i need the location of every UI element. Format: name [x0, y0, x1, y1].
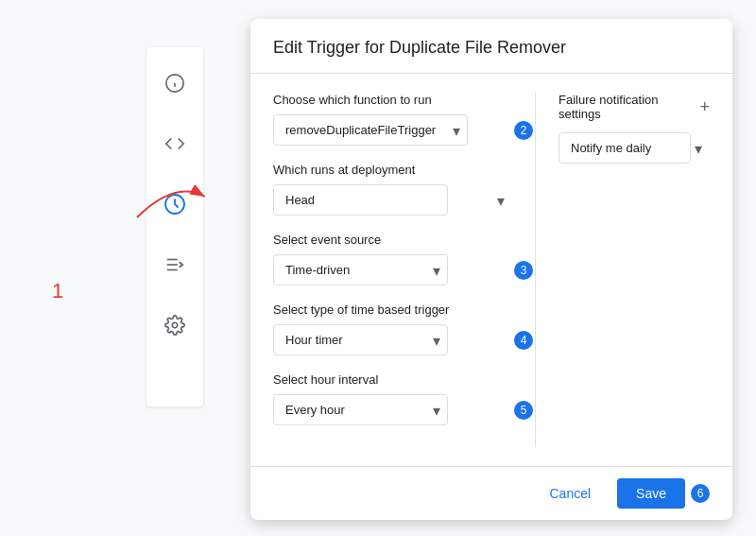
- modal-title: Edit Trigger for Duplicate File Remover: [273, 38, 710, 58]
- left-section: Choose which function to run removeDupli…: [273, 93, 512, 447]
- deployment-dropdown-arrow: ▾: [497, 191, 505, 209]
- function-label: Choose which function to run: [273, 93, 512, 107]
- event-source-label: Select event source: [273, 233, 512, 247]
- failure-notification-label: Failure notification settings: [558, 93, 699, 121]
- time-trigger-label: Select type of time based trigger: [273, 303, 512, 317]
- sidebar-item-code[interactable]: [158, 127, 192, 161]
- sidebar: [146, 47, 203, 406]
- event-source-select-wrapper: Time-driven ▾: [273, 254, 448, 285]
- badge-6: 6: [691, 484, 710, 503]
- deployment-field-group: Which runs at deployment Head ▾: [273, 163, 512, 216]
- sidebar-item-info[interactable]: [158, 66, 192, 100]
- section-divider: [535, 93, 536, 447]
- cancel-button[interactable]: Cancel: [534, 478, 606, 509]
- annotation-label-1: 1: [52, 279, 63, 303]
- modal-body: Choose which function to run removeDupli…: [250, 74, 732, 466]
- function-select-wrapper: removeDuplicateFileTrigger ▾: [273, 114, 468, 146]
- modal-footer: Cancel Save 6: [250, 466, 732, 520]
- failure-notification-header: Failure notification settings +: [558, 93, 710, 121]
- badge-2: 2: [514, 121, 533, 140]
- edit-trigger-modal: Edit Trigger for Duplicate File Remover …: [250, 19, 732, 520]
- failure-select[interactable]: Notify me daily: [558, 132, 691, 164]
- deployment-select-wrapper: Head ▾: [273, 184, 512, 216]
- hour-interval-select[interactable]: Every hour: [273, 394, 448, 425]
- time-trigger-select[interactable]: Hour timer: [273, 324, 448, 355]
- failure-select-wrapper: Notify me daily ▾: [558, 132, 710, 164]
- function-select[interactable]: removeDuplicateFileTrigger: [273, 114, 468, 146]
- sidebar-item-settings[interactable]: [158, 308, 192, 342]
- add-failure-notification-button[interactable]: +: [699, 97, 710, 117]
- time-trigger-field-group: Select type of time based trigger Hour t…: [273, 303, 512, 355]
- right-section: Failure notification settings + Notify m…: [558, 93, 710, 447]
- function-field-group: Choose which function to run removeDupli…: [273, 93, 512, 146]
- modal-header: Edit Trigger for Duplicate File Remover: [250, 19, 732, 74]
- deployment-select[interactable]: Head: [273, 184, 448, 216]
- badge-3: 3: [514, 261, 533, 280]
- hour-interval-select-wrapper: Every hour ▾: [273, 394, 448, 425]
- sidebar-item-executions[interactable]: [158, 248, 192, 282]
- event-source-field-group: Select event source Time-driven ▾ 3: [273, 233, 512, 285]
- failure-dropdown-arrow: ▾: [695, 139, 702, 157]
- save-button[interactable]: Save: [617, 478, 685, 509]
- svg-point-7: [172, 322, 178, 328]
- event-source-select[interactable]: Time-driven: [273, 254, 448, 285]
- hour-interval-field-group: Select hour interval Every hour ▾ 5: [273, 372, 512, 425]
- badge-4: 4: [514, 331, 533, 350]
- deployment-label: Which runs at deployment: [273, 163, 512, 177]
- hour-interval-label: Select hour interval: [273, 372, 512, 387]
- badge-5: 5: [514, 401, 533, 420]
- time-trigger-select-wrapper: Hour timer ▾: [273, 324, 448, 355]
- sidebar-item-triggers[interactable]: [158, 187, 192, 221]
